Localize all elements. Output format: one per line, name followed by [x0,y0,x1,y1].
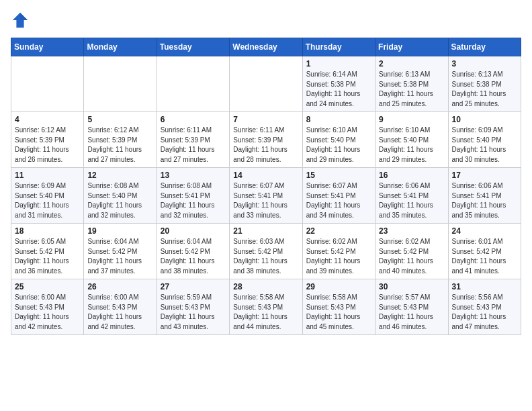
calendar-cell: 2Sunrise: 6:13 AM Sunset: 5:38 PM Daylig… [375,56,448,112]
calendar-cell: 23Sunrise: 6:02 AM Sunset: 5:42 PM Dayli… [375,224,448,279]
day-info: Sunrise: 6:03 AM Sunset: 5:42 PM Dayligh… [233,237,298,276]
day-number: 25 [15,282,80,291]
header-cell-saturday: Saturday [448,38,521,56]
calendar-cell [157,56,229,112]
day-info: Sunrise: 6:07 AM Sunset: 5:41 PM Dayligh… [306,181,371,220]
day-info: Sunrise: 6:05 AM Sunset: 5:42 PM Dayligh… [15,237,80,276]
header-row: SundayMondayTuesdayWednesdayThursdayFrid… [11,38,521,56]
day-number: 28 [233,282,298,291]
day-number: 19 [87,226,152,236]
calendar-cell: 12Sunrise: 6:08 AM Sunset: 5:40 PM Dayli… [84,168,157,224]
day-number: 24 [452,226,517,236]
day-info: Sunrise: 6:04 AM Sunset: 5:42 PM Dayligh… [161,237,226,276]
day-info: Sunrise: 6:13 AM Sunset: 5:38 PM Dayligh… [379,70,444,109]
header-cell-thursday: Thursday [302,38,375,56]
calendar-cell: 15Sunrise: 6:07 AM Sunset: 5:41 PM Dayli… [302,168,375,224]
calendar-cell: 13Sunrise: 6:08 AM Sunset: 5:41 PM Dayli… [157,168,229,224]
day-number: 1 [306,59,371,68]
day-number: 31 [452,282,517,291]
day-number: 9 [379,115,444,124]
day-info: Sunrise: 6:14 AM Sunset: 5:38 PM Dayligh… [306,70,371,109]
calendar-cell: 17Sunrise: 6:06 AM Sunset: 5:41 PM Dayli… [448,168,521,224]
day-number: 16 [379,171,444,180]
calendar-cell: 8Sunrise: 6:10 AM Sunset: 5:40 PM Daylig… [302,112,375,168]
calendar-cell: 14Sunrise: 6:07 AM Sunset: 5:41 PM Dayli… [230,168,302,224]
calendar-week-2: 4Sunrise: 6:12 AM Sunset: 5:39 PM Daylig… [11,112,521,168]
day-info: Sunrise: 6:12 AM Sunset: 5:39 PM Dayligh… [15,126,80,165]
day-number: 4 [15,115,80,124]
calendar-header: SundayMondayTuesdayWednesdayThursdayFrid… [11,38,521,56]
header-cell-monday: Monday [84,38,157,56]
day-info: Sunrise: 6:01 AM Sunset: 5:42 PM Dayligh… [452,237,517,276]
day-info: Sunrise: 6:06 AM Sunset: 5:41 PM Dayligh… [379,181,444,220]
day-number: 3 [452,59,517,68]
calendar-cell: 29Sunrise: 5:58 AM Sunset: 5:43 PM Dayli… [302,279,375,335]
calendar-cell: 7Sunrise: 6:11 AM Sunset: 5:39 PM Daylig… [230,112,302,168]
calendar-cell: 5Sunrise: 6:12 AM Sunset: 5:39 PM Daylig… [84,112,157,168]
calendar-cell: 21Sunrise: 6:03 AM Sunset: 5:42 PM Dayli… [230,224,302,279]
day-info: Sunrise: 6:08 AM Sunset: 5:41 PM Dayligh… [161,181,226,220]
calendar-cell [11,56,84,112]
calendar-week-5: 25Sunrise: 6:00 AM Sunset: 5:43 PM Dayli… [11,279,521,335]
day-info: Sunrise: 6:12 AM Sunset: 5:39 PM Dayligh… [87,126,152,165]
day-number: 8 [306,115,371,124]
calendar-cell: 16Sunrise: 6:06 AM Sunset: 5:41 PM Dayli… [375,168,448,224]
day-number: 11 [15,171,80,180]
day-number: 22 [306,226,371,236]
calendar-week-1: 1Sunrise: 6:14 AM Sunset: 5:38 PM Daylig… [11,56,521,112]
calendar-cell [84,56,157,112]
day-number: 10 [452,115,517,124]
calendar-cell [230,56,302,112]
svg-marker-1 [20,13,28,20]
calendar-cell: 28Sunrise: 5:58 AM Sunset: 5:43 PM Dayli… [230,279,302,335]
day-number: 2 [379,59,444,68]
calendar-body: 1Sunrise: 6:14 AM Sunset: 5:38 PM Daylig… [11,56,521,335]
day-info: Sunrise: 6:09 AM Sunset: 5:40 PM Dayligh… [452,126,517,165]
day-number: 15 [306,171,371,180]
calendar-week-4: 18Sunrise: 6:05 AM Sunset: 5:42 PM Dayli… [11,224,521,279]
calendar-cell: 4Sunrise: 6:12 AM Sunset: 5:39 PM Daylig… [11,112,84,168]
calendar-cell: 20Sunrise: 6:04 AM Sunset: 5:42 PM Dayli… [157,224,229,279]
calendar-cell: 31Sunrise: 5:56 AM Sunset: 5:43 PM Dayli… [448,279,521,335]
day-number: 13 [161,171,226,180]
logo [11,11,32,30]
calendar-cell: 27Sunrise: 5:59 AM Sunset: 5:43 PM Dayli… [157,279,229,335]
day-info: Sunrise: 6:09 AM Sunset: 5:40 PM Dayligh… [15,181,80,220]
day-info: Sunrise: 6:07 AM Sunset: 5:41 PM Dayligh… [233,181,298,220]
header-cell-tuesday: Tuesday [157,38,229,56]
day-number: 29 [306,282,371,291]
calendar-table: SundayMondayTuesdayWednesdayThursdayFrid… [11,38,521,335]
calendar-cell: 30Sunrise: 5:57 AM Sunset: 5:43 PM Dayli… [375,279,448,335]
calendar-cell: 10Sunrise: 6:09 AM Sunset: 5:40 PM Dayli… [448,112,521,168]
calendar-cell: 9Sunrise: 6:10 AM Sunset: 5:40 PM Daylig… [375,112,448,168]
page-header [11,11,521,30]
calendar-cell: 3Sunrise: 6:13 AM Sunset: 5:38 PM Daylig… [448,56,521,112]
day-info: Sunrise: 5:59 AM Sunset: 5:43 PM Dayligh… [161,293,226,332]
day-number: 5 [87,115,152,124]
day-number: 17 [452,171,517,180]
day-info: Sunrise: 5:58 AM Sunset: 5:43 PM Dayligh… [233,293,298,332]
header-cell-wednesday: Wednesday [230,38,302,56]
day-number: 18 [15,226,80,236]
day-number: 30 [379,282,444,291]
day-info: Sunrise: 5:57 AM Sunset: 5:43 PM Dayligh… [379,293,444,332]
day-info: Sunrise: 6:06 AM Sunset: 5:41 PM Dayligh… [452,181,517,220]
calendar-cell: 1Sunrise: 6:14 AM Sunset: 5:38 PM Daylig… [302,56,375,112]
day-info: Sunrise: 6:00 AM Sunset: 5:43 PM Dayligh… [15,293,80,332]
day-info: Sunrise: 6:08 AM Sunset: 5:40 PM Dayligh… [87,181,152,220]
day-info: Sunrise: 6:13 AM Sunset: 5:38 PM Dayligh… [452,70,517,109]
logo-icon [11,11,30,30]
header-cell-friday: Friday [375,38,448,56]
header-cell-sunday: Sunday [11,38,84,56]
day-number: 21 [233,226,298,236]
day-number: 23 [379,226,444,236]
calendar-cell: 26Sunrise: 6:00 AM Sunset: 5:43 PM Dayli… [84,279,157,335]
day-info: Sunrise: 5:56 AM Sunset: 5:43 PM Dayligh… [452,293,517,332]
day-number: 27 [161,282,226,291]
day-number: 7 [233,115,298,124]
day-info: Sunrise: 5:58 AM Sunset: 5:43 PM Dayligh… [306,293,371,332]
calendar-cell: 18Sunrise: 6:05 AM Sunset: 5:42 PM Dayli… [11,224,84,279]
day-info: Sunrise: 6:11 AM Sunset: 5:39 PM Dayligh… [161,126,226,165]
day-number: 14 [233,171,298,180]
day-number: 6 [161,115,226,124]
